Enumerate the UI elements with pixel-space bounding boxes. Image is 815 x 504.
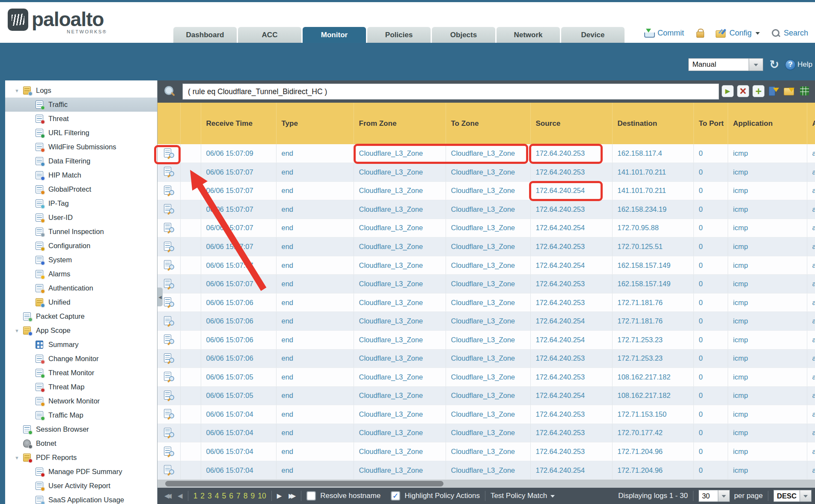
sidebar-item-traffic[interactable]: ▼Traffic <box>5 98 157 112</box>
log-detail-icon[interactable] <box>163 353 175 364</box>
sidebar-item-user-id[interactable]: ▼User-ID <box>5 210 157 225</box>
clear-filter-icon[interactable] <box>737 85 749 97</box>
sidebar-item-alarms[interactable]: ▼Alarms <box>5 267 157 281</box>
refresh-mode-caret[interactable] <box>749 58 763 71</box>
sidebar-item-system[interactable]: ▼System <box>5 253 157 267</box>
page-number-7[interactable]: 7 <box>236 492 241 501</box>
horizontal-scrollbar[interactable] <box>158 480 815 488</box>
log-detail-icon[interactable] <box>163 241 175 252</box>
export-icon[interactable] <box>799 85 811 97</box>
config-caret-icon[interactable] <box>756 32 760 37</box>
sidebar-item-data-filtering[interactable]: ▼Data Filtering <box>5 154 157 168</box>
log-detail-icon[interactable] <box>163 260 175 271</box>
help-label[interactable]: Help <box>797 60 812 69</box>
sidebar-item-configuration[interactable]: ▼Configuration <box>5 239 157 253</box>
sidebar-item-threat-map[interactable]: ▼Threat Map <box>5 380 157 394</box>
page-number-6[interactable]: 6 <box>229 492 233 501</box>
page-number-2[interactable]: 2 <box>200 492 205 501</box>
help-icon[interactable]: ? <box>785 59 796 70</box>
sidebar-item-traffic-map[interactable]: ▼Traffic Map <box>5 408 157 422</box>
search-icon[interactable] <box>772 29 780 37</box>
log-detail-icon[interactable] <box>163 316 175 327</box>
first-page-button[interactable]: ◀◀ <box>164 492 172 500</box>
log-detail-icon[interactable] <box>163 166 175 178</box>
prev-page-button[interactable]: ◀ <box>178 492 183 500</box>
page-number-9[interactable]: 9 <box>251 492 255 501</box>
tab-objects[interactable]: Objects <box>432 27 495 43</box>
tab-network[interactable]: Network <box>497 27 560 43</box>
save-filter-icon[interactable] <box>768 85 780 97</box>
tab-device[interactable]: Device <box>561 27 625 43</box>
apply-filter-icon[interactable] <box>722 85 734 97</box>
column-header-receive-time[interactable]: Receive Time <box>201 103 276 144</box>
sidebar-item-summary[interactable]: ▼Summary <box>5 338 157 352</box>
sidebar-item-saas-application-usage[interactable]: ▼SaaS Application Usage <box>5 493 157 504</box>
column-header-a[interactable]: A <box>807 103 815 144</box>
expander-icon[interactable]: ▼ <box>15 88 21 93</box>
sidebar-item-user-activity-report[interactable]: ▼User Activity Report <box>5 479 157 493</box>
sort-order-select[interactable]: DESC <box>773 490 800 502</box>
column-header-from-zone[interactable]: From Zone <box>354 103 446 144</box>
log-detail-icon[interactable] <box>163 446 175 457</box>
sidebar-item-globalprotect[interactable]: ▼GlobalProtect <box>5 182 157 196</box>
sidebar-item-ip-tag[interactable]: ▼IP-Tag <box>5 196 157 210</box>
column-header-type[interactable]: Type <box>276 103 354 144</box>
sidebar-item-authentication[interactable]: ▼Authentication <box>5 281 157 295</box>
log-detail-icon[interactable] <box>163 371 175 382</box>
refresh-mode-select[interactable]: Manual <box>688 58 749 71</box>
sidebar-item-hip-match[interactable]: ▼HIP Match <box>5 168 157 182</box>
log-detail-icon[interactable] <box>163 409 175 420</box>
log-detail-icon[interactable] <box>163 465 175 476</box>
per-page-select[interactable]: 30 <box>699 490 718 502</box>
tab-acc[interactable]: ACC <box>238 27 301 43</box>
last-page-button[interactable]: ▶▶ <box>289 492 296 500</box>
sidebar-item-wildfire-submissions[interactable]: ▼WildFire Submissions <box>5 140 157 154</box>
column-header-application[interactable]: Application <box>728 103 807 144</box>
page-number-1[interactable]: 1 <box>193 492 198 501</box>
search-link[interactable]: Search <box>784 29 808 38</box>
sidebar-item-botnet[interactable]: ▼Botnet <box>5 436 157 451</box>
sort-order-caret[interactable] <box>800 490 812 502</box>
log-detail-icon[interactable] <box>163 427 175 439</box>
refresh-icon[interactable] <box>769 59 779 71</box>
sidebar-item-manage-pdf-summary[interactable]: ▼Manage PDF Summary <box>5 465 157 479</box>
log-detail-icon[interactable] <box>163 297 175 308</box>
column-header-destination[interactable]: Destination <box>612 103 693 144</box>
page-number-8[interactable]: 8 <box>244 492 248 501</box>
sidebar-item-session-browser[interactable]: ▼Session Browser <box>5 422 157 436</box>
page-number-3[interactable]: 3 <box>208 492 212 501</box>
page-number-10[interactable]: 10 <box>258 492 266 501</box>
column-header-to-port[interactable]: To Port <box>693 103 728 144</box>
config-icon[interactable] <box>716 29 726 38</box>
load-filter-icon[interactable] <box>783 85 795 97</box>
sidebar-item-tunnel-inspection[interactable]: ▼Tunnel Inspection <box>5 225 157 239</box>
sidebar-item-packet-capture[interactable]: ▼Packet Capture <box>5 309 157 323</box>
sidebar-item-change-monitor[interactable]: ▼Change Monitor <box>5 352 157 366</box>
tab-policies[interactable]: Policies <box>367 27 431 43</box>
sidebar-item-threat-monitor[interactable]: ▼Threat Monitor <box>5 366 157 380</box>
tab-dashboard[interactable]: Dashboard <box>173 27 237 43</box>
lock-icon[interactable] <box>696 29 704 38</box>
log-detail-icon[interactable] <box>163 204 175 215</box>
next-page-button[interactable]: ▶ <box>277 492 282 500</box>
page-number-4[interactable]: 4 <box>215 492 219 501</box>
sidebar-item-pdf-reports[interactable]: ▼PDF Reports <box>5 451 157 465</box>
sidebar-item-app-scope[interactable]: ▼App Scope <box>5 323 157 338</box>
log-detail-icon[interactable] <box>163 390 175 401</box>
sidebar-item-logs[interactable]: ▼Logs <box>5 83 157 98</box>
expander-icon[interactable]: ▼ <box>15 328 21 333</box>
resolve-hostname-checkbox[interactable] <box>306 491 316 501</box>
column-header-source[interactable]: Source <box>530 103 612 144</box>
sidebar-item-unified[interactable]: ▼Unified <box>5 295 157 309</box>
sidebar-item-threat[interactable]: ▼Threat <box>5 112 157 126</box>
scrollbar-thumb[interactable] <box>165 481 443 486</box>
commit-icon[interactable] <box>644 29 654 38</box>
test-policy-match-button[interactable]: Test Policy Match <box>491 492 547 500</box>
config-link[interactable]: Config <box>729 29 752 38</box>
per-page-caret[interactable] <box>718 490 730 502</box>
sidebar-item-network-monitor[interactable]: ▼Network Monitor <box>5 394 157 408</box>
log-detail-icon[interactable] <box>163 279 175 290</box>
log-detail-icon[interactable] <box>163 334 175 345</box>
commit-link[interactable]: Commit <box>657 29 684 38</box>
expander-icon[interactable]: ▼ <box>15 455 21 460</box>
